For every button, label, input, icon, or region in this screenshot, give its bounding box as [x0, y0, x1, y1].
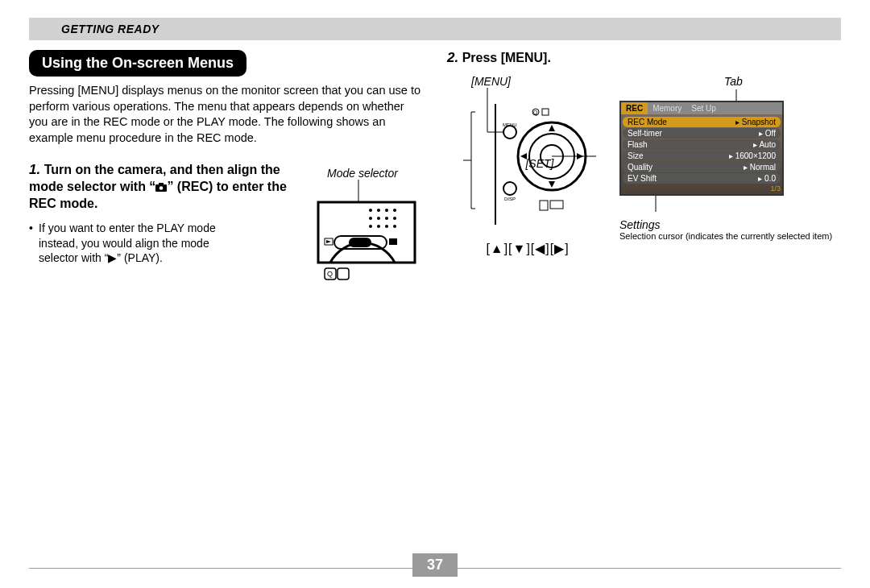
tab-leader	[732, 89, 740, 101]
row-value: ▸ Normal	[744, 163, 776, 172]
svg-point-6	[377, 209, 380, 212]
step-2-heading: 2. Press [MENU].	[447, 50, 841, 67]
page-body: Using the On-screen Menus Pressing [MENU…	[0, 40, 870, 296]
settings-label: Settings	[619, 218, 841, 231]
menu-row-rec-mode: REC Mode▸ Snapshot	[623, 117, 781, 127]
step-1: 1. Turn on the camera, and then align th…	[29, 162, 423, 296]
step-1-number: 1.	[29, 162, 40, 177]
row-name: Quality	[628, 163, 652, 172]
svg-rect-1	[159, 183, 164, 185]
svg-point-11	[385, 217, 388, 220]
tab-rec: REC	[621, 102, 648, 114]
svg-rect-30	[542, 109, 549, 115]
camera-icon	[155, 183, 167, 192]
row-name: EV Shift	[628, 174, 657, 183]
svg-point-7	[385, 209, 388, 212]
menu-screen-diagram: Tab REC Memory Set Up REC Mode▸ Snapshot…	[619, 75, 841, 242]
set-label: [SET]	[520, 157, 560, 170]
menu-row-size: Size▸ 1600×1200	[623, 151, 781, 161]
step-1-text: Turn on the camera, and then align the m…	[29, 163, 287, 210]
menu-tabs: REC Memory Set Up	[621, 102, 782, 114]
svg-rect-4	[318, 202, 415, 263]
svg-text:DISP: DISP	[504, 197, 516, 201]
svg-point-14	[377, 225, 380, 228]
svg-point-31	[503, 126, 516, 139]
settings-note: Selection cursor (indicates the currentl…	[619, 231, 841, 242]
svg-text:MENU: MENU	[503, 122, 517, 127]
row-value: ▸ 0.0	[758, 174, 776, 183]
svg-point-41	[503, 182, 516, 195]
svg-point-10	[377, 217, 380, 220]
step-2-number: 2.	[447, 50, 458, 65]
tab-label: Tab	[619, 75, 841, 88]
svg-point-5	[369, 209, 372, 212]
svg-point-2	[160, 186, 164, 190]
camera-top-diagram: Q	[302, 180, 423, 292]
section-header: GETTING READY	[29, 18, 841, 40]
svg-point-13	[369, 225, 372, 228]
step-2-text: Press [MENU].	[462, 51, 551, 64]
step-1-bullet: If you want to enter the PLAY mode inste…	[29, 221, 216, 267]
mode-selector-illustration: Mode selector	[302, 167, 423, 296]
svg-rect-21	[389, 238, 397, 245]
row-value: ▸ Auto	[753, 140, 776, 149]
row-name: Size	[628, 151, 643, 160]
row-value: ▸ Snapshot	[735, 118, 776, 126]
menu-row-flash: Flash▸ Auto	[623, 139, 781, 150]
row-name: Self-timer	[628, 129, 662, 138]
menu-row-ev-shift: EV Shift▸ 0.0	[623, 173, 781, 184]
svg-text:Q: Q	[327, 270, 333, 278]
heading-pill: Using the On-screen Menus	[29, 50, 246, 77]
svg-text:Q: Q	[533, 110, 538, 116]
svg-point-12	[393, 217, 396, 220]
tab-setup: Set Up	[686, 102, 721, 114]
svg-point-8	[393, 209, 396, 212]
control-dial-diagram: [MENU] Q MENU	[447, 75, 608, 256]
menu-screen: REC Memory Set Up REC Mode▸ Snapshot Sel…	[619, 101, 784, 196]
page-number: 37	[412, 553, 458, 577]
row-value: ▸ Off	[759, 129, 776, 138]
mode-selector-label: Mode selector	[302, 167, 423, 180]
row-name: Flash	[628, 140, 647, 149]
page-footer: 37	[29, 568, 841, 574]
step1-left: 1. Turn on the camera, and then align th…	[29, 162, 291, 266]
right-column: 2. Press [MENU]. [MENU] Q	[447, 50, 841, 296]
menu-row-quality: Quality▸ Normal	[623, 162, 781, 172]
menu-row-self-timer: Self-timer▸ Off	[623, 128, 781, 139]
left-column: Using the On-screen Menus Pressing [MENU…	[29, 50, 423, 296]
svg-point-16	[393, 225, 396, 228]
page-indicator: 1/3	[623, 184, 781, 193]
intro-paragraph: Pressing [MENU] displays menus on the mo…	[29, 83, 423, 146]
direction-arrows: [▲][▼][◀][▶]	[447, 241, 608, 256]
svg-rect-43	[540, 201, 548, 210]
svg-point-9	[369, 217, 372, 220]
tab-memory: Memory	[648, 102, 686, 114]
row-name: REC Mode	[628, 118, 667, 126]
svg-point-15	[385, 225, 388, 228]
row-value: ▸ 1600×1200	[729, 151, 776, 160]
settings-leader	[652, 196, 660, 212]
menu-label: [MENU]	[447, 75, 608, 88]
svg-rect-24	[338, 268, 349, 280]
svg-rect-44	[550, 201, 563, 209]
menu-rows: REC Mode▸ Snapshot Self-timer▸ Off Flash…	[621, 114, 782, 194]
